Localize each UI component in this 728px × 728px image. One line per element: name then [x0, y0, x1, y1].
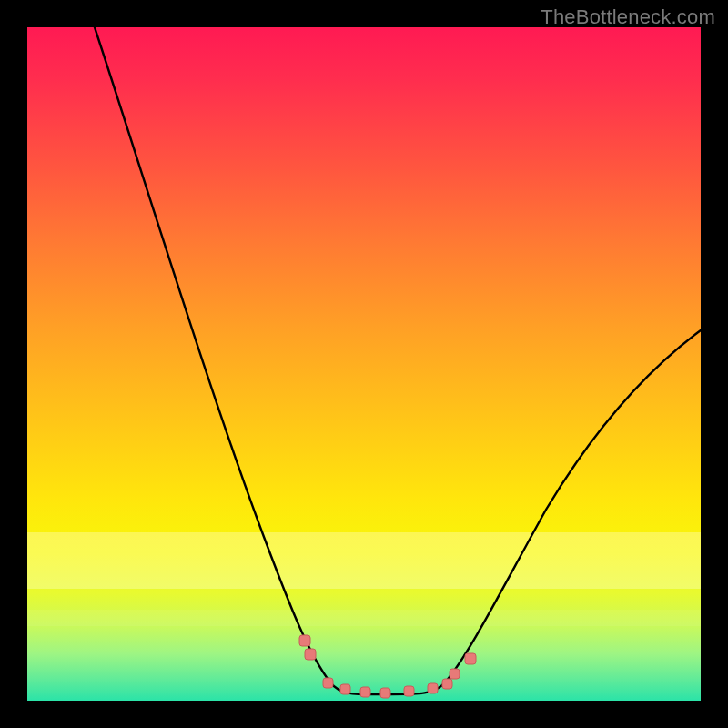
dot [299, 635, 310, 646]
dot [428, 683, 438, 693]
dot [465, 653, 476, 664]
dot [340, 684, 350, 694]
dot [360, 687, 370, 697]
dot [404, 686, 414, 696]
dot [450, 669, 460, 679]
curve-svg [27, 27, 701, 701]
dot [442, 679, 452, 689]
highlight-dots [299, 635, 476, 698]
bottleneck-curve [95, 27, 701, 694]
chart-frame: TheBottleneck.com [0, 0, 728, 728]
dot [380, 688, 390, 698]
watermark-text: TheBottleneck.com [541, 5, 715, 29]
dot [323, 678, 333, 688]
dot [305, 649, 316, 660]
plot-area [27, 27, 701, 701]
